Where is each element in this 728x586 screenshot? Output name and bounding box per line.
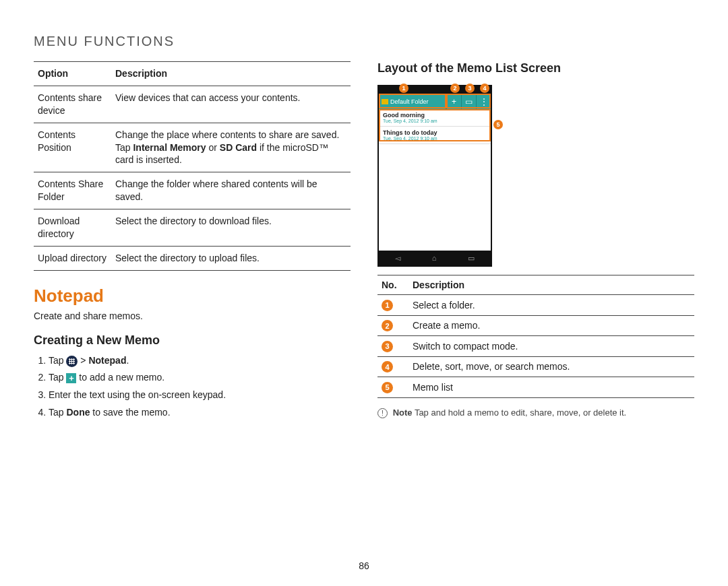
- callout-desc: Switch to compact mode.: [408, 336, 694, 357]
- memo-list: Good morning Tue, Sep 4, 2012 9:10 am Th…: [379, 109, 491, 251]
- callout-desc: Memo list: [408, 377, 694, 398]
- creating-memo-heading: Creating a New Memo: [34, 333, 351, 348]
- step-3: Enter the text using the on-screen keypa…: [49, 389, 351, 402]
- table-row: 4 Delete, sort, move, or search memos.: [377, 356, 694, 377]
- table-row: 2 Create a memo.: [377, 315, 694, 336]
- table-row: 1 Select a folder.: [377, 295, 694, 316]
- table-row: Contents share device View devices that …: [34, 86, 351, 123]
- note-label: Note: [393, 408, 413, 418]
- option-name: Download directory: [34, 209, 111, 247]
- option-desc: Select the directory to download files.: [111, 209, 351, 247]
- table-row: Download directory Select the directory …: [34, 209, 351, 247]
- callout-desc: Select a folder.: [408, 295, 694, 316]
- notepad-subtitle: Create and share memos.: [34, 311, 351, 321]
- note: ! Note Tap and hold a memo to edit, shar…: [377, 408, 694, 418]
- option-name: Contents Share Folder: [34, 172, 111, 209]
- callout-2: 2: [450, 84, 460, 93]
- notepad-heading: Notepad: [34, 286, 351, 306]
- table-row: Contents Share Folder Change the folder …: [34, 172, 351, 209]
- callout-desc: Create a memo.: [408, 315, 694, 336]
- phone-toolbar: Default Folder + ▭ ⋮: [379, 94, 491, 109]
- plus-icon: +: [66, 373, 76, 383]
- numdesc-header-no: No.: [377, 275, 408, 295]
- option-desc: Select the directory to upload files.: [111, 246, 351, 270]
- option-name: Upload directory: [34, 246, 111, 270]
- option-name: Contents Position: [34, 123, 111, 172]
- option-name: Contents share device: [34, 86, 111, 123]
- table-row: 5 Memo list: [377, 377, 694, 398]
- table-row: 3 Switch to compact mode.: [377, 336, 694, 357]
- outline-folder: [379, 94, 446, 108]
- step-4: Tap Done to save the memo.: [49, 406, 351, 420]
- steps-list: Tap > Notepad. Tap + to add a new memo. …: [34, 354, 351, 419]
- callout-3: 3: [465, 84, 475, 93]
- option-desc: Change the folder where shared contents …: [111, 172, 351, 209]
- callout-4: 4: [480, 84, 489, 93]
- table-row: Contents Position Change the place where…: [34, 123, 351, 172]
- callout-5: 5: [493, 120, 503, 129]
- table-row: Upload directory Select the directory to…: [34, 246, 351, 270]
- options-header-option: Option: [34, 62, 111, 86]
- callout-number: 2: [382, 320, 393, 331]
- options-header-description: Description: [111, 62, 351, 86]
- outline-toolbar-buttons: [446, 94, 491, 108]
- right-column: Layout of the Memo List Screen 1 2 3 4 5…: [377, 61, 694, 423]
- callout-desc: Delete, sort, move, or search memos.: [408, 356, 694, 377]
- outline-memo-list: [379, 109, 491, 141]
- callout-description-table: No. Description 1 Select a folder. 2 Cre…: [377, 275, 694, 398]
- layout-heading: Layout of the Memo List Screen: [377, 61, 694, 75]
- page-number: 86: [0, 560, 728, 571]
- options-table: Option Description Contents share device…: [34, 61, 351, 271]
- home-icon[interactable]: ⌂: [432, 254, 437, 262]
- step-1: Tap > Notepad.: [49, 354, 351, 368]
- page-title: MENU FUNCTIONS: [34, 34, 694, 49]
- note-icon: !: [377, 408, 388, 418]
- callout-number: 1: [382, 300, 393, 311]
- left-column: Option Description Contents share device…: [34, 61, 351, 423]
- option-desc: Change the place where contents to share…: [111, 123, 351, 172]
- callout-number: 5: [382, 382, 393, 393]
- callout-number: 3: [382, 341, 393, 352]
- callout-1: 1: [399, 84, 408, 93]
- back-icon[interactable]: ◅: [395, 254, 400, 263]
- option-desc: View devices that can access your conten…: [111, 86, 351, 123]
- callout-number: 4: [382, 361, 393, 372]
- phone-screenshot: 1 2 3 4 5 Default Folder + ▭ ⋮: [377, 82, 492, 275]
- step-2: Tap + to add a new memo.: [49, 371, 351, 385]
- numdesc-header-desc: Description: [408, 275, 694, 295]
- note-text: Tap and hold a memo to edit, share, move…: [413, 408, 627, 418]
- apps-icon: [66, 356, 78, 367]
- recent-apps-icon[interactable]: ▭: [468, 254, 475, 263]
- phone-nav-bar: ◅ ⌂ ▭: [379, 251, 491, 265]
